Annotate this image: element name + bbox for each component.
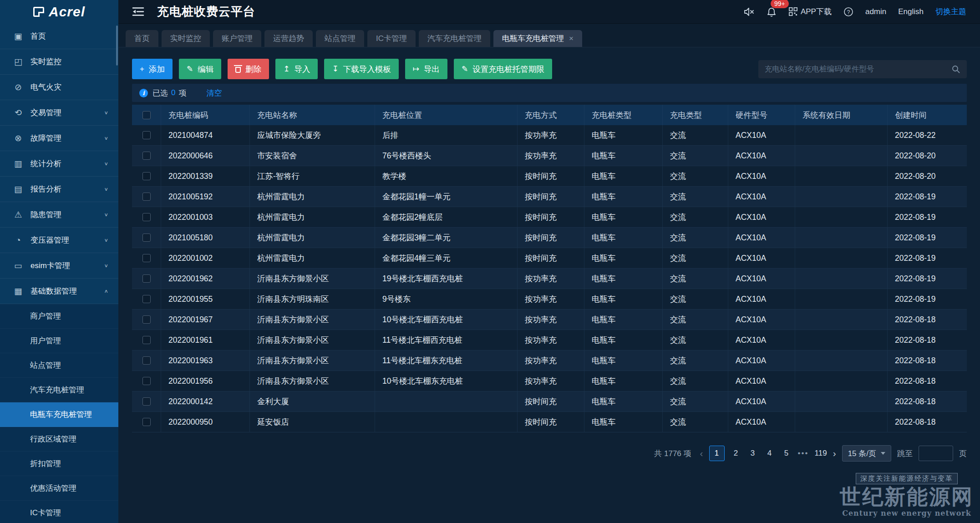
- row-checkbox[interactable]: [142, 315, 151, 324]
- page-number[interactable]: 4: [764, 446, 775, 461]
- sidebar-subitem[interactable]: 汽车充电桩管理: [0, 378, 118, 402]
- sidebar-subitem[interactable]: IC卡管理: [0, 501, 118, 523]
- theme-switch-link[interactable]: 切换主题: [935, 6, 966, 17]
- toolbar-button[interactable]: + 添加: [132, 59, 173, 79]
- watermark-subtitle: Century new energy network: [840, 509, 974, 518]
- cell-charge-mode: 按时间充: [518, 391, 584, 411]
- table-row[interactable]: 2022001955 沂南县东方明珠南区 9号楼东 按功率充 电瓶车 交流 AC…: [132, 289, 967, 310]
- cell-pile-location: [375, 412, 518, 432]
- jump-page-input[interactable]: [919, 446, 953, 461]
- tab[interactable]: 电瓶车充电桩管理 ×: [493, 30, 582, 47]
- tab[interactable]: 运营趋势: [264, 30, 313, 47]
- row-checkbox[interactable]: [142, 213, 151, 221]
- row-checkbox[interactable]: [142, 152, 151, 160]
- row-checkbox[interactable]: [142, 234, 151, 242]
- tab[interactable]: 站点管理: [316, 30, 364, 47]
- table-row[interactable]: 2022000142 金利大厦 按时间充 电瓶车 交流 ACX10A 2022-…: [132, 391, 967, 412]
- row-checkbox[interactable]: [142, 356, 151, 365]
- help-icon[interactable]: ?: [843, 7, 853, 17]
- sidebar-subitem[interactable]: 电瓶车充电桩管理: [0, 402, 118, 427]
- sidebar-scrollbar-thumb[interactable]: [116, 25, 118, 66]
- row-checkbox[interactable]: [142, 377, 151, 385]
- prev-page-icon[interactable]: ‹: [700, 448, 703, 459]
- app-download-link[interactable]: APP下载: [788, 6, 832, 17]
- page-number[interactable]: •••: [798, 446, 809, 461]
- select-all-checkbox[interactable]: [142, 111, 151, 119]
- sidebar-item[interactable]: ⊘ 电气火灾: [0, 75, 118, 100]
- search-input[interactable]: [765, 65, 951, 73]
- username[interactable]: admin: [865, 7, 886, 16]
- tab[interactable]: IC卡管理: [367, 30, 416, 47]
- cell-system-valid-date: [795, 412, 888, 432]
- table-row[interactable]: 2022001967 沂南县东方御景小区 10号楼北车棚西充电桩 按功率充 电瓶…: [132, 310, 967, 330]
- toolbar-button[interactable]: ✎ 设置充电桩托管期限: [454, 59, 552, 79]
- table-row[interactable]: 2022001963 沂南县东方御景小区 11号楼北车棚东充电桩 按功率充 电瓶…: [132, 350, 967, 371]
- toolbar-button[interactable]: ↧ 下载导入模板: [324, 59, 398, 79]
- cell-pile-type: 电瓶车: [584, 207, 663, 227]
- table-row[interactable]: 2021004874 应城市保险大厦旁 后排 按功率充 电瓶车 交流 ACX10…: [132, 125, 967, 146]
- table-row[interactable]: 2022001002 杭州雷霆电力 金都花园4幢三单元 按时间充 电瓶车 交流 …: [132, 248, 967, 269]
- sidebar-item[interactable]: ◰ 实时监控: [0, 49, 118, 75]
- mute-icon[interactable]: [743, 7, 755, 17]
- collapse-menu-icon[interactable]: [132, 6, 144, 17]
- tab[interactable]: 实时监控: [162, 30, 210, 47]
- sidebar-item[interactable]: ◔ 变压器管理 ∨: [0, 228, 118, 253]
- sidebar-subitem[interactable]: 用户管理: [0, 329, 118, 353]
- table-row[interactable]: 2022001003 杭州雷霆电力 金都花园2幢底层 按时间充 电瓶车 交流 A…: [132, 207, 967, 228]
- clear-selection-link[interactable]: 清空: [206, 88, 222, 98]
- toolbar-button[interactable]: 删除: [228, 59, 269, 79]
- row-checkbox[interactable]: [142, 172, 151, 180]
- sidebar-subitem[interactable]: 折扣管理: [0, 452, 118, 476]
- sidebar-item[interactable]: ⊗ 故障管理 ∨: [0, 126, 118, 151]
- table-row[interactable]: 2022000950 延安饭店 按时间充 电瓶车 交流 ACX10A 2022-…: [132, 412, 967, 432]
- page-number[interactable]: 5: [781, 446, 792, 461]
- tab[interactable]: 汽车充电桩管理: [419, 30, 490, 47]
- table-row[interactable]: 2022001956 沂南县东方御景小区 10号楼北车棚东充电桩 按功率充 电瓶…: [132, 371, 967, 391]
- row-checkbox[interactable]: [142, 254, 151, 262]
- cell-pile-type: 电瓶车: [584, 371, 663, 391]
- sidebar-item[interactable]: ▭ esim卡管理 ∨: [0, 253, 118, 279]
- table-row[interactable]: 2022001339 江苏-智将行 教学楼 按时间充 电瓶车 交流 ACX10A…: [132, 166, 967, 187]
- table-row[interactable]: 2021005192 杭州雷霆电力 金都花园1幢一单元 按时间充 电瓶车 交流 …: [132, 187, 967, 207]
- toolbar-button[interactable]: ↦ 导出: [405, 59, 447, 79]
- row-checkbox[interactable]: [142, 336, 151, 344]
- sidebar-subitem[interactable]: 站点管理: [0, 353, 118, 378]
- sidebar-item[interactable]: ⟲ 交易管理 ∨: [0, 100, 118, 126]
- sidebar-item[interactable]: ▤ 报告分析 ∨: [0, 177, 118, 202]
- page-number[interactable]: 3: [747, 446, 758, 461]
- page-number[interactable]: 1: [709, 446, 725, 461]
- sidebar-item[interactable]: ▦ 基础数据管理 ∧: [0, 279, 118, 304]
- sidebar-subitem[interactable]: 优惠活动管理: [0, 476, 118, 501]
- notification-bell-icon[interactable]: 99+: [767, 6, 777, 17]
- tab[interactable]: 首页: [126, 30, 158, 47]
- table-row[interactable]: 2022001961 沂南县东方御景小区 11号楼北车棚西充电桩 按功率充 电瓶…: [132, 330, 967, 350]
- search-icon[interactable]: [951, 65, 960, 74]
- caret-down-icon: [881, 452, 885, 455]
- cell-pile-type: 电瓶车: [584, 412, 663, 432]
- sidebar-item[interactable]: ▣ 首页: [0, 24, 118, 49]
- toolbar-button[interactable]: ✎ 编辑: [179, 59, 221, 79]
- language-switch[interactable]: English: [898, 7, 924, 16]
- table-row[interactable]: 2021005180 杭州雷霆电力 金都花园3幢二单元 按时间充 电瓶车 交流 …: [132, 228, 967, 248]
- tab[interactable]: 账户管理: [213, 30, 261, 47]
- sidebar-item[interactable]: ▥ 统计分析 ∨: [0, 151, 118, 177]
- table-row[interactable]: 2022000646 市安装宿舍 76号楼西楼头 按功率充 电瓶车 交流 ACX…: [132, 146, 967, 166]
- page-number[interactable]: 119: [815, 446, 827, 461]
- table-header-row: 充电桩编码 充电站名称 充电桩位置 充电方式 充电桩类型 充电类型 硬件型号 系…: [132, 105, 967, 125]
- row-checkbox[interactable]: [142, 397, 151, 406]
- sidebar-item[interactable]: ⚠ 隐患管理 ∨: [0, 202, 118, 228]
- row-checkbox[interactable]: [142, 193, 151, 201]
- tab-close-icon[interactable]: ×: [569, 34, 574, 43]
- row-checkbox[interactable]: [142, 295, 151, 303]
- sidebar-subitem[interactable]: 行政区域管理: [0, 427, 118, 452]
- row-checkbox[interactable]: [142, 274, 151, 283]
- page-size-select[interactable]: 15 条/页: [842, 445, 891, 462]
- next-page-icon[interactable]: ›: [833, 448, 836, 459]
- sidebar-subitem[interactable]: 商户管理: [0, 304, 118, 329]
- page-number[interactable]: 2: [731, 446, 741, 461]
- toolbar-button[interactable]: ↥ 导入: [275, 59, 318, 79]
- row-checkbox[interactable]: [142, 131, 151, 139]
- row-checkbox[interactable]: [142, 418, 151, 426]
- cell-station-name: 江苏-智将行: [250, 166, 375, 186]
- table-row[interactable]: 2022001962 沂南县东方御景小区 19号楼北车棚西充电桩 按功率充 电瓶…: [132, 269, 967, 289]
